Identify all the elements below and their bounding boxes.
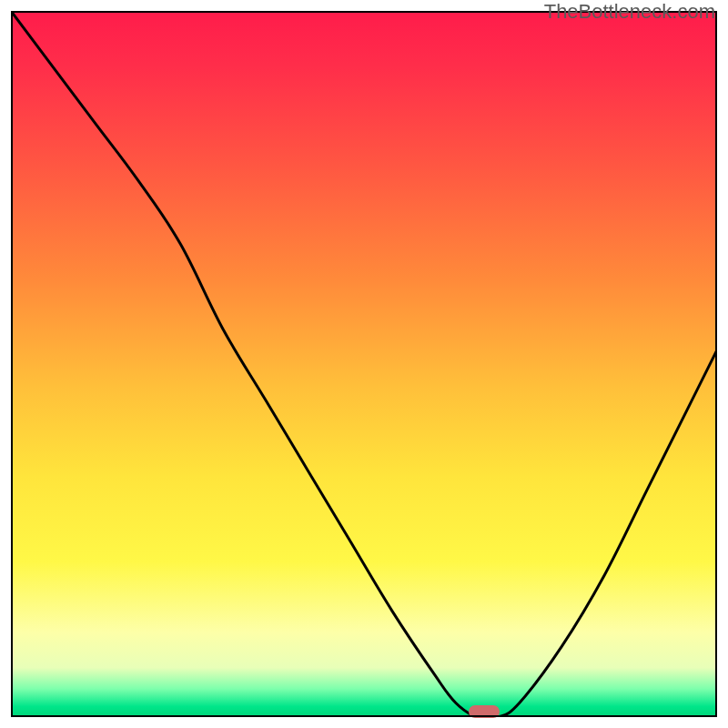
plot-area xyxy=(11,11,717,717)
chart-canvas: TheBottleneck.com xyxy=(0,0,728,728)
optimal-point-marker xyxy=(469,705,500,718)
watermark-text: TheBottleneck.com xyxy=(544,0,715,24)
bottleneck-curve xyxy=(11,11,717,717)
